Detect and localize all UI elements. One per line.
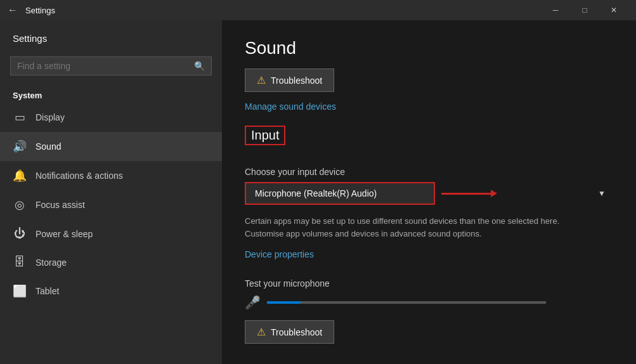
sidebar-item-label-tablet: Tablet [36, 286, 59, 296]
close-button[interactable]: ✕ [599, 0, 628, 20]
tablet-icon: ⬜ [13, 284, 27, 298]
search-icon: 🔍 [194, 61, 205, 71]
storage-icon: 🗄 [13, 256, 27, 269]
mic-bar-row: 🎤 [245, 295, 613, 310]
sidebar-item-sound[interactable]: 🔊 Sound [0, 132, 222, 161]
sidebar-item-label-power: Power & sleep [36, 229, 93, 239]
desc-text: Certain apps may be set up to use differ… [245, 215, 562, 240]
sidebar-item-notifications[interactable]: 🔔 Notifications & actions [0, 161, 222, 190]
mic-level-bar [267, 301, 546, 304]
mic-test-label: Test your microphone [245, 278, 613, 289]
sidebar-item-label-notifications: Notifications & actions [36, 171, 123, 181]
sidebar-item-label-storage: Storage [36, 257, 67, 268]
power-icon: ⏻ [13, 227, 27, 240]
main-layout: Settings 🔍 System ▭ Display 🔊 Sound 🔔 No… [0, 20, 636, 364]
sidebar-app-title: Settings [13, 33, 209, 44]
sidebar-item-label-display: Display [36, 112, 65, 122]
red-arrow-indicator [441, 193, 492, 195]
sidebar-header: Settings [0, 20, 222, 51]
chevron-down-icon: ▼ [598, 189, 606, 198]
input-device-label: Choose your input device [245, 167, 613, 177]
search-box[interactable]: 🔍 [10, 56, 212, 75]
window-controls: ─ □ ✕ [541, 0, 628, 20]
sound-icon: 🔊 [13, 140, 27, 153]
sidebar-item-label-focus: Focus assist [36, 200, 85, 210]
page-title: Sound [245, 38, 613, 58]
mic-level-fill [267, 301, 301, 304]
search-input[interactable] [17, 61, 194, 71]
warn-icon-bottom: ⚠ [257, 326, 266, 338]
sidebar-item-display[interactable]: ▭ Display [0, 103, 222, 132]
input-section-heading: Input [245, 126, 285, 145]
troubleshoot-top-button[interactable]: ⚠ Troubleshoot [245, 68, 334, 92]
content-area: Sound ⚠ Troubleshoot Manage sound device… [222, 20, 636, 364]
sidebar-item-tablet[interactable]: ⬜ Tablet [0, 276, 222, 306]
input-device-dropdown-wrapper: Microphone (Realtek(R) Audio) ▼ [245, 182, 613, 205]
back-button[interactable]: ← [8, 4, 18, 16]
display-icon: ▭ [13, 110, 27, 124]
notifications-icon: 🔔 [13, 169, 27, 183]
titlebar: ← Settings ─ □ ✕ [0, 0, 636, 20]
sidebar-item-label-sound: Sound [36, 141, 61, 152]
mic-section: Test your microphone 🎤 [245, 278, 613, 310]
microphone-icon: 🎤 [245, 295, 261, 310]
focus-icon: ◎ [13, 198, 27, 212]
input-device-select[interactable]: Microphone (Realtek(R) Audio) [245, 182, 435, 205]
device-properties-link[interactable]: Device properties [245, 249, 314, 259]
app-title: Settings [25, 6, 541, 15]
maximize-button[interactable]: □ [570, 0, 599, 20]
sidebar-item-power[interactable]: ⏻ Power & sleep [0, 219, 222, 248]
troubleshoot-top-label: Troubleshoot [271, 75, 322, 86]
sidebar-item-focus[interactable]: ◎ Focus assist [0, 190, 222, 219]
manage-devices-link[interactable]: Manage sound devices [245, 101, 336, 112]
sidebar: Settings 🔍 System ▭ Display 🔊 Sound 🔔 No… [0, 20, 222, 364]
minimize-button[interactable]: ─ [541, 0, 570, 20]
troubleshoot-bottom-button[interactable]: ⚠ Troubleshoot [245, 320, 334, 344]
arrow-annotation [441, 193, 492, 195]
warn-icon-top: ⚠ [257, 74, 266, 86]
troubleshoot-bottom-label: Troubleshoot [271, 327, 322, 337]
section-label: System [0, 86, 222, 103]
sidebar-item-storage[interactable]: 🗄 Storage [0, 248, 222, 276]
